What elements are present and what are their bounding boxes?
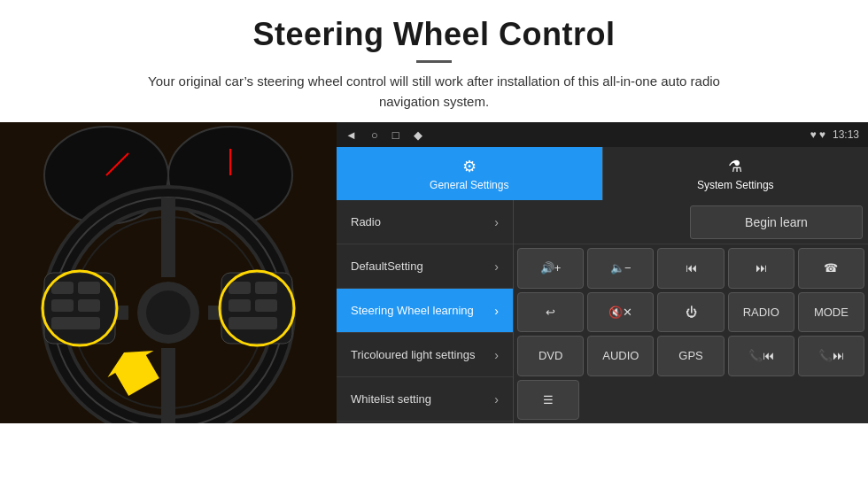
gps-button[interactable]: GPS <box>657 336 724 376</box>
svg-rect-18 <box>51 299 74 312</box>
phone-icon: ☎ <box>824 261 838 275</box>
page-title: Steering Wheel Control <box>18 16 850 53</box>
svg-point-14 <box>146 290 190 335</box>
chevron-icon: › <box>494 392 499 406</box>
menu-item-default-setting[interactable]: DefaultSetting › <box>337 244 513 289</box>
mode-label: MODE <box>814 306 849 319</box>
main-content: Radio › DefaultSetting › Steering Wheel … <box>337 200 868 423</box>
dvd-label: DVD <box>539 349 562 362</box>
chevron-icon: › <box>494 215 499 229</box>
volume-down-button[interactable]: 🔈− <box>587 248 654 289</box>
control-row-3: DVD AUDIO GPS 📞⏮ 📞⏭ <box>517 336 864 376</box>
tab-bar: ⚙ General Settings ⚗ System Settings <box>337 147 868 200</box>
svg-rect-19 <box>78 299 100 312</box>
mute-icon: 🔇✕ <box>608 306 632 319</box>
content-area: ◄ ○ □ ◆ ♥ ♥ 13:13 ⚙ General Settings ⚗ S… <box>0 122 868 423</box>
list-icon: ☰ <box>543 393 554 406</box>
next-combo-button[interactable]: 📞⏭ <box>798 336 864 376</box>
volume-down-icon: 🔈− <box>610 261 632 275</box>
subtitle-text: Your original car’s steering wheel contr… <box>124 72 744 112</box>
next-track-button[interactable]: ⏭ <box>728 248 794 289</box>
svg-rect-17 <box>78 282 100 294</box>
control-row-2: ↩ 🔇✕ ⏻ RADIO MODE <box>517 292 864 333</box>
svg-rect-24 <box>229 299 251 312</box>
hang-up-icon: ↩ <box>546 306 555 319</box>
next-combo-icon: 📞⏭ <box>818 349 844 362</box>
controls-panel: Begin learn 🔊+ 🔈− ⏮ <box>514 200 868 423</box>
svg-rect-20 <box>51 317 100 329</box>
controls-grid: 🔊+ 🔈− ⏮ ⏭ ☎ <box>514 244 868 423</box>
android-head-unit: ◄ ○ □ ◆ ♥ ♥ 13:13 ⚙ General Settings ⚗ S… <box>337 122 868 423</box>
gps-label: GPS <box>678 349 702 362</box>
dvd-button[interactable]: DVD <box>517 336 584 376</box>
audio-button[interactable]: AUDIO <box>587 336 654 376</box>
power-button[interactable]: ⏻ <box>657 292 724 333</box>
svg-rect-16 <box>51 282 74 294</box>
radio-label: RADIO <box>743 306 779 319</box>
clock: 13:13 <box>833 128 859 141</box>
prev-combo-icon: 📞⏮ <box>748 349 774 362</box>
status-bar-right: ♥ ♥ 13:13 <box>810 128 859 141</box>
begin-learn-button[interactable]: Begin learn <box>690 205 863 239</box>
chevron-icon: › <box>494 259 499 274</box>
recents-icon[interactable]: □ <box>392 128 399 142</box>
prev-track-icon: ⏮ <box>686 261 697 275</box>
hang-up-button[interactable]: ↩ <box>517 292 584 333</box>
general-settings-label: General Settings <box>430 179 508 191</box>
signal-icons: ♥ ♥ <box>810 128 825 141</box>
volume-up-icon: 🔊+ <box>540 261 562 275</box>
svg-rect-23 <box>255 282 277 294</box>
system-settings-icon: ⚗ <box>728 157 742 176</box>
menu-radio-label: Radio <box>351 215 381 228</box>
phone-button[interactable]: ☎ <box>798 248 864 289</box>
menu-icon[interactable]: ◆ <box>414 128 422 142</box>
audio-label: AUDIO <box>602 349 639 362</box>
volume-up-button[interactable]: 🔊+ <box>517 248 584 289</box>
tab-general-settings[interactable]: ⚙ General Settings <box>337 147 602 200</box>
menu-tricoloured-label: Tricoloured light settings <box>351 348 475 361</box>
mode-button[interactable]: MODE <box>798 292 864 333</box>
prev-track-button[interactable]: ⏮ <box>657 248 724 289</box>
power-icon: ⏻ <box>686 306 697 319</box>
system-settings-label: System Settings <box>697 179 774 191</box>
menu-steering-label: Steering Wheel learning <box>351 304 474 317</box>
list-button[interactable]: ☰ <box>517 380 579 421</box>
begin-learn-row: Begin learn <box>514 200 868 244</box>
left-menu: Radio › DefaultSetting › Steering Wheel … <box>337 200 514 423</box>
svg-rect-22 <box>229 282 251 294</box>
back-icon[interactable]: ◄ <box>345 128 357 142</box>
chevron-icon: › <box>494 304 499 318</box>
prev-combo-button[interactable]: 📞⏮ <box>728 336 794 376</box>
menu-whitelist-label: Whitelist setting <box>351 392 431 406</box>
menu-item-steering-wheel[interactable]: Steering Wheel learning › <box>337 289 513 333</box>
header-section: Steering Wheel Control Your original car… <box>0 0 868 122</box>
svg-rect-25 <box>255 299 277 312</box>
menu-item-radio[interactable]: Radio › <box>337 200 513 244</box>
menu-item-whitelist[interactable]: Whitelist setting › <box>337 377 513 422</box>
control-row-4: ☰ <box>517 380 864 421</box>
title-divider <box>416 60 452 63</box>
tab-system-settings[interactable]: ⚗ System Settings <box>602 147 869 200</box>
next-track-icon: ⏭ <box>756 261 767 275</box>
control-row-1: 🔊+ 🔈− ⏮ ⏭ ☎ <box>517 248 864 289</box>
steering-wheel-image <box>0 122 337 423</box>
radio-button[interactable]: RADIO <box>728 292 794 333</box>
status-bar: ◄ ○ □ ◆ ♥ ♥ 13:13 <box>337 122 868 147</box>
menu-default-label: DefaultSetting <box>351 259 423 273</box>
chevron-icon: › <box>494 348 499 362</box>
menu-item-tricoloured[interactable]: Tricoloured light settings › <box>337 333 513 377</box>
svg-rect-26 <box>229 317 277 329</box>
status-bar-nav-icons: ◄ ○ □ ◆ <box>345 128 422 142</box>
general-settings-icon: ⚙ <box>462 157 477 176</box>
home-icon[interactable]: ○ <box>371 128 378 142</box>
mute-button[interactable]: 🔇✕ <box>587 292 654 333</box>
